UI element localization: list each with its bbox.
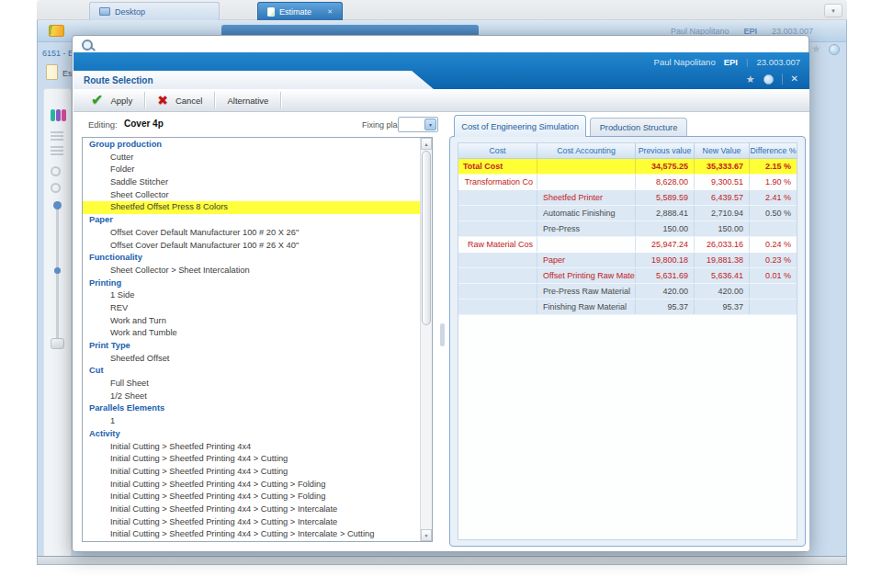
route-tree-rows: Group productionCutterFolderSaddle Stitc…	[83, 139, 420, 541]
scroll-up-icon[interactable]: ▲	[421, 138, 432, 150]
cost-table-row[interactable]: Raw Material Cos25,947.2426,033.160.24 %	[458, 237, 797, 253]
x-icon: ✖	[157, 94, 168, 107]
zoom-out-icon[interactable]	[51, 183, 61, 193]
tree-item[interactable]: Sheet Collector > Sheet Intercalation	[83, 265, 420, 277]
column-header[interactable]: Previous value	[636, 143, 695, 159]
tree-item[interactable]: Initial Cutting > Sheetfed Printing 4x4 …	[83, 466, 420, 479]
apply-button[interactable]: ✔ Apply	[79, 91, 144, 110]
tree-item[interactable]: Initial Cutting > Sheetfed Printing 4x4 …	[83, 453, 420, 466]
tree-item[interactable]: 1 Side	[83, 289, 420, 302]
tab-desktop[interactable]: Desktop	[89, 2, 220, 20]
tree-item[interactable]: Offset Cover Default Manufacturer 100 # …	[83, 240, 420, 253]
tree-item[interactable]: Work and Turn	[83, 315, 420, 328]
cell-cur: 95.37	[695, 300, 750, 314]
cell-diff	[750, 221, 797, 236]
cost-table-row[interactable]: Paper19,800.1819,881.380.23 %	[458, 253, 797, 268]
tree-group-header[interactable]: Group production	[83, 139, 420, 152]
list-icon-2[interactable]	[51, 146, 63, 155]
close-icon[interactable]: ✕	[791, 74, 798, 84]
browser-tabbar: Desktop Estimate ✕ ▼	[37, 0, 847, 20]
tree-group-header[interactable]: Parallels Elements	[83, 402, 420, 415]
zoom-slider[interactable]	[56, 201, 59, 344]
cost-table-row[interactable]: Automatic Finishing2,888.412,710.940.50 …	[458, 206, 797, 221]
tab-production-structure[interactable]: Production Structure	[590, 118, 687, 137]
cell-cur: 2,710.94	[695, 206, 750, 220]
tree-item[interactable]: Initial Cutting > Sheetfed Printing 4x4 …	[83, 516, 420, 529]
apply-label: Apply	[110, 96, 132, 106]
favorite-star-icon[interactable]: ★	[811, 42, 821, 55]
tree-item[interactable]: Cutter	[83, 152, 420, 164]
cell-prev: 19,800.18	[636, 253, 695, 267]
column-header[interactable]: New Value	[695, 143, 750, 159]
tree-group-header[interactable]: Paper	[83, 214, 420, 227]
cell-prev: 420.00	[636, 284, 695, 299]
tree-group-header[interactable]: Cut	[83, 365, 420, 378]
slider-knob[interactable]	[51, 338, 64, 349]
tab-close-icon[interactable]: ✕	[327, 8, 333, 15]
tree-item[interactable]: Sheetfed Offset Press 8 Colors	[83, 201, 420, 214]
bg-document-icon[interactable]	[46, 64, 58, 80]
cost-table-row[interactable]: Transformation Co8,628.009,300.511.90 %	[458, 175, 797, 190]
cell-cost	[458, 268, 537, 283]
splitter-handle[interactable]	[440, 323, 445, 346]
cell-cur: 35,333.67	[695, 159, 750, 174]
tree-item[interactable]: Sheet Collector	[83, 189, 420, 202]
tree-item[interactable]: Initial Cutting > Sheetfed Printing 4x4 …	[83, 491, 420, 503]
tree-scrollbar[interactable]: ▲ ▼	[420, 138, 432, 541]
tree-item[interactable]: Initial Cutting > Sheetfed Printing 4x4 …	[83, 528, 420, 541]
cost-table-row[interactable]: Offset Printing Raw Mater5,631.695,636.4…	[458, 268, 797, 284]
tab-inactive-label: Production Structure	[600, 123, 678, 132]
cell-cur: 6,439.57	[695, 190, 750, 205]
tree-item[interactable]: Sheetfed Offset	[83, 353, 420, 366]
column-header[interactable]: Difference %	[750, 143, 797, 159]
tree-item[interactable]: Initial Cutting > Sheetfed Printing 4x4 …	[83, 503, 420, 516]
column-header[interactable]: Cost Accounting	[537, 143, 636, 159]
column-header[interactable]: Cost	[458, 143, 537, 159]
cost-table-row[interactable]: Finishing Raw Material95.3795.37	[458, 300, 797, 315]
cell-prev: 25,947.24	[636, 237, 695, 252]
zoom-in-icon[interactable]	[51, 166, 61, 176]
tree-item[interactable]: Offset Cover Default Manufacturer 100 # …	[83, 227, 420, 240]
list-icon[interactable]	[51, 131, 63, 141]
user-name: Paul Napolitano	[654, 57, 716, 67]
fixing-plant-combobox[interactable]: ▼	[398, 117, 438, 132]
globe-icon[interactable]	[829, 44, 840, 55]
tree-item[interactable]: 1	[83, 415, 420, 428]
cost-table-header: CostCost AccountingPrevious valueNew Val…	[458, 143, 797, 159]
tree-item[interactable]: Initial Cutting > Sheetfed Printing 4x4	[83, 441, 420, 454]
cost-table-row[interactable]: Pre-Press Raw Material420.00420.00	[458, 284, 797, 300]
cell-cur: 26,033.16	[695, 237, 750, 252]
alternative-button[interactable]: Alternative	[215, 91, 280, 110]
tree-item[interactable]: Saddle Stitcher	[83, 176, 420, 189]
scroll-down-icon[interactable]: ▼	[421, 529, 432, 541]
tree-item[interactable]: REV	[83, 302, 420, 315]
slider-dot-2[interactable]	[54, 267, 61, 274]
tree-group-header[interactable]: Printing	[83, 277, 420, 290]
folder-icon[interactable]	[49, 25, 64, 37]
tab-cost-of-engineering-simulation[interactable]: Cost of Engineering Simulation	[454, 115, 586, 137]
layers-icon[interactable]	[51, 109, 66, 121]
globe-icon-2[interactable]	[763, 74, 774, 85]
editing-value: Cover 4p	[124, 119, 164, 129]
tab-estimate[interactable]: Estimate ✕	[257, 2, 343, 20]
tree-group-header[interactable]: Print Type	[83, 340, 420, 353]
cell-diff: 0.24 %	[750, 237, 797, 252]
slider-dot[interactable]	[53, 201, 62, 209]
cancel-button[interactable]: ✖ Cancel	[145, 91, 214, 110]
tree-item[interactable]: Initial Cutting > Sheetfed Printing 4x4 …	[83, 479, 420, 492]
cell-cost: Raw Material Cos	[458, 237, 537, 252]
cost-table-row[interactable]: Total Cost34,575.2535,333.672.15 %	[458, 159, 797, 175]
star-icon[interactable]: ★	[746, 74, 755, 85]
tree-item[interactable]: Work and Tumble	[83, 327, 420, 340]
tree-item[interactable]: Full Sheet	[83, 378, 420, 390]
separator: |	[746, 57, 748, 67]
tree-item[interactable]: 1/2 Sheet	[83, 390, 420, 403]
scroll-thumb[interactable]	[422, 151, 431, 325]
chevron-down-icon[interactable]: ▼	[424, 119, 436, 130]
tree-group-header[interactable]: Functionality	[83, 252, 420, 265]
tab-overflow-chevron-icon[interactable]: ▼	[824, 4, 842, 17]
cost-table-row[interactable]: Sheetfed Printer5,589.596,439.572.41 %	[458, 190, 797, 206]
tree-group-header[interactable]: Activity	[83, 428, 420, 441]
tree-item[interactable]: Folder	[83, 164, 420, 176]
cost-table-row[interactable]: Pre-Press150.00150.00	[458, 221, 797, 237]
